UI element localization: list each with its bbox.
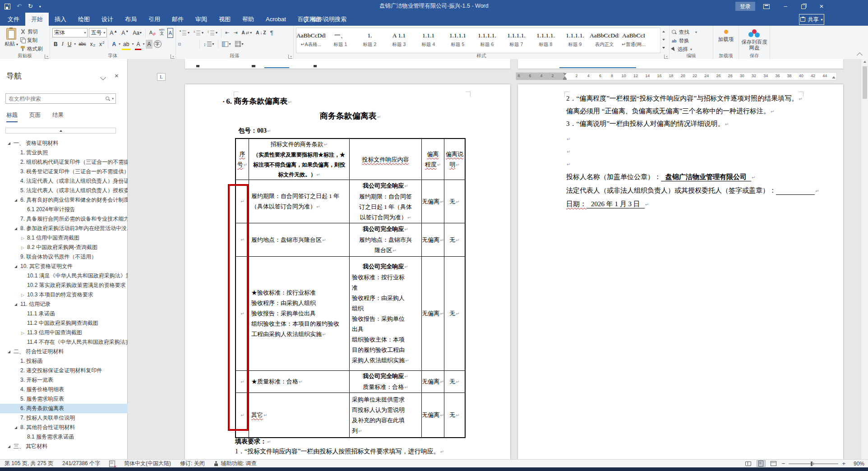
style-item[interactable]: 一、标题 1: [326, 28, 355, 53]
nav-item[interactable]: 6.1 2024年审计报告: [0, 205, 128, 214]
nav-item[interactable]: 8. 其他符合性证明材料: [0, 423, 128, 432]
share-button[interactable]: 共享 ▾: [799, 14, 824, 25]
bullets-button[interactable]: ▾: [178, 28, 191, 38]
nav-item[interactable]: 一、 资格证明材料: [0, 139, 128, 148]
collapse-icon[interactable]: [8, 351, 14, 353]
nav-item[interactable]: 8.1 服务需求承诺函: [0, 432, 128, 442]
print-layout-button[interactable]: [757, 460, 766, 467]
ribbon-tab-视图[interactable]: 视图: [213, 13, 236, 26]
nav-item[interactable]: 7. 投标人关联单位说明: [0, 413, 128, 423]
search-input[interactable]: [6, 96, 106, 102]
right-indent-marker[interactable]: [832, 76, 836, 78]
numbering-button[interactable]: ▾: [192, 28, 205, 38]
nav-item[interactable]: 9. 联合体协议书原件（不适用）: [0, 252, 128, 262]
word-count[interactable]: 241/27386 个字: [62, 460, 100, 467]
nav-item[interactable]: 2. 组织机构代码证复印件（三证合一的不需提供）: [0, 157, 128, 167]
expand-icon[interactable]: ▷: [21, 236, 27, 240]
phonetic-guide-button[interactable]: wén文: [158, 28, 166, 37]
style-item[interactable]: 1.1.1.1.标题 6: [472, 28, 502, 53]
scrollbar-thumb[interactable]: [863, 66, 867, 99]
nav-item[interactable]: 4. 服务价格明细表: [0, 385, 128, 394]
nav-item[interactable]: 10. 其它资格证明文件: [0, 262, 128, 271]
line-spacing-button[interactable]: ↕▾: [202, 39, 216, 49]
font-color-button[interactable]: A: [135, 40, 141, 49]
nav-item[interactable]: 1. 营业执照: [0, 148, 128, 157]
sort-button[interactable]: A↓Z: [254, 28, 267, 38]
borders-button[interactable]: ▾: [234, 39, 245, 49]
ribbon-tab-开始[interactable]: 开始: [25, 13, 49, 26]
ribbon-tab-审阅[interactable]: 审阅: [189, 13, 213, 26]
collapse-icon[interactable]: [14, 303, 20, 306]
style-item[interactable]: 1.1.1.1.标题 8: [531, 28, 560, 53]
expand-icon[interactable]: ▷: [21, 293, 27, 297]
strikethrough-button[interactable]: abc: [77, 40, 87, 49]
cut-button[interactable]: 剪切: [20, 28, 43, 36]
shading-button[interactable]: ▾: [221, 39, 232, 49]
style-item[interactable]: 1.1.1标题 4: [414, 28, 443, 53]
replace-button[interactable]: ab替换: [672, 37, 711, 45]
navigation-close-icon[interactable]: ×: [115, 72, 119, 79]
scroll-up-icon[interactable]: [863, 61, 866, 63]
signin-button[interactable]: 登录: [735, 2, 755, 11]
zoom-in-button[interactable]: +: [842, 460, 845, 467]
nav-tab-结果[interactable]: 结果: [52, 111, 64, 122]
ribbon-tab-引用[interactable]: 引用: [143, 13, 166, 26]
jump-to-top-bar[interactable]: [5, 128, 116, 134]
highlight-button[interactable]: ab: [122, 40, 130, 49]
ribbon-tab-布局[interactable]: 布局: [119, 13, 143, 26]
web-layout-button[interactable]: [769, 460, 778, 467]
nav-item[interactable]: 11.1 承诺函: [0, 309, 128, 319]
nav-item[interactable]: 8. 参加政府采购活动前3年内在经营活动中没...: [0, 224, 128, 233]
close-button[interactable]: ×: [813, 0, 830, 13]
collapse-icon[interactable]: [14, 265, 20, 268]
track-changes-indicator[interactable]: 修订: 关闭: [180, 460, 205, 467]
styles-gallery-scroll[interactable]: [660, 28, 666, 52]
text-effects-button[interactable]: A: [111, 40, 117, 49]
grow-font-button[interactable]: A▲: [108, 28, 119, 37]
expand-icon[interactable]: ▷: [21, 245, 27, 250]
ribbon-tab-帮助[interactable]: 帮助: [236, 13, 260, 26]
find-button[interactable]: 查找▾: [672, 28, 711, 37]
nav-tab-标题[interactable]: 标题: [6, 111, 18, 122]
language-indicator[interactable]: 简体中文(中国大陆): [124, 460, 171, 467]
nav-item[interactable]: 1. 投标函: [0, 356, 128, 366]
nav-item[interactable]: 11.4 不存在《中华人民共和国政府采购法实...: [0, 337, 128, 347]
style-item[interactable]: 1.1.1.1.标题 9: [560, 28, 590, 53]
change-case-button[interactable]: Aa▾: [131, 28, 143, 37]
nav-item[interactable]: 11. 信用记录: [0, 300, 128, 309]
font-size-combo[interactable]: 五号▾: [89, 28, 107, 37]
tell-me-search[interactable]: 操作说明搜索: [303, 13, 346, 26]
nav-item[interactable]: 5. 服务需求响应表: [0, 394, 128, 404]
nav-item[interactable]: 4. 法定代表人（或非法人组织负责人）身份证明书: [0, 176, 128, 186]
nav-item[interactable]: 2. 递交投标保证金证明材料复印件: [0, 366, 128, 375]
enclose-characters-button[interactable]: 字: [154, 40, 162, 48]
restore-button[interactable]: [795, 0, 812, 13]
distribute-button[interactable]: [194, 43, 197, 46]
font-dialog-launcher-icon[interactable]: [171, 55, 175, 59]
paste-button[interactable]: 粘贴 ▾: [2, 27, 20, 53]
character-border-button[interactable]: A: [167, 28, 173, 38]
ribbon-tab-设计[interactable]: 设计: [96, 13, 119, 26]
nav-item[interactable]: 3. 税务登记证复印件（三证合一的不需提供）: [0, 167, 128, 176]
collapse-icon[interactable]: [14, 426, 20, 429]
style-item[interactable]: AaBbCcDdE表内正文: [590, 28, 619, 53]
search-icon[interactable]: [106, 97, 110, 101]
clear-formatting-button[interactable]: [148, 28, 157, 37]
style-item[interactable]: A 1.1标题 3: [384, 28, 414, 53]
nav-item[interactable]: 5. 法定代表人（或非法人组织负责人）授权委托书: [0, 186, 128, 195]
paragraph-dialog-launcher-icon[interactable]: [288, 55, 292, 59]
expand-icon[interactable]: ▷: [21, 331, 27, 335]
align-right-button[interactable]: [186, 43, 189, 46]
nav-item[interactable]: ▷11.3 信用中国查询截图: [0, 328, 128, 337]
proofing-errors-icon[interactable]: [109, 461, 115, 467]
horizontal-ruler[interactable]: 8642246810121416182022242628303234363840…: [516, 72, 837, 80]
bold-button[interactable]: B: [52, 40, 59, 49]
nav-item[interactable]: ▷8.1 信用中国查询截图: [0, 233, 128, 243]
zoom-slider-thumb[interactable]: [811, 462, 813, 466]
vertical-scrollbar[interactable]: [861, 59, 868, 459]
nav-item[interactable]: ▷8.2 中国政府采购网-查询截图: [0, 243, 128, 252]
collapse-icon[interactable]: [14, 227, 20, 230]
collapse-icon[interactable]: [8, 445, 14, 448]
nav-item[interactable]: ▷10.3 本项目的特定资格要求: [0, 290, 128, 300]
nav-item[interactable]: 11.2 中国政府采购网查询截图: [0, 319, 128, 328]
